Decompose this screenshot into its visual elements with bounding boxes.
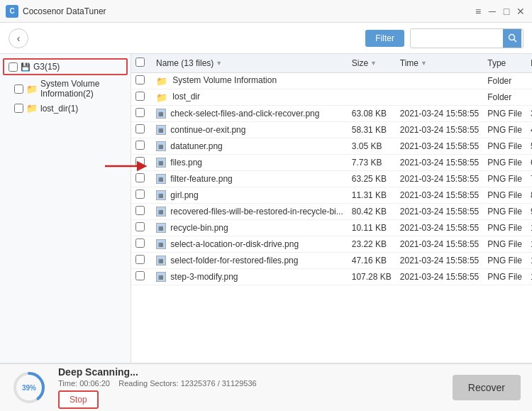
search-button[interactable] [503,29,521,48]
table-row[interactable]: ▦ recycle-bin.png 10.11 KB 2021-03-24 15… [131,220,532,236]
file-thumb: ▦ [156,125,166,135]
svg-line-1 [514,40,516,43]
back-button[interactable]: ‹ [9,28,28,48]
system-volume-checkbox[interactable] [14,84,23,94]
file-size [348,73,396,89]
table-row[interactable]: ▦ check-select-files-and-click-recover.p… [131,106,532,122]
left-panel: 💾 G3(15) 📁 System Volume Information(2) … [0,54,131,363]
file-type: PNG File [483,236,526,253]
file-type: PNG File [483,253,526,269]
file-size: 63.08 KB [348,106,396,122]
table-row[interactable]: ▦ step-3-modify.png 107.28 KB 2021-03-24… [131,269,532,285]
file-id: 12 [526,253,532,269]
file-name: select-a-location-or-disk-drive.png [170,239,299,249]
file-name: continue-or-exit.png [170,125,245,135]
row-checkbox[interactable] [135,75,145,84]
table-row[interactable]: ▦ recovered-files-will-be-restored-in-re… [131,204,532,220]
sort-icon-size: ▼ [370,60,377,67]
col-size[interactable]: Size ▼ [348,54,396,73]
file-time: 2021-03-24 15:58:55 [396,106,483,122]
filter-button[interactable]: Filter [365,30,404,47]
row-checkbox[interactable] [135,157,145,166]
file-table: Name (13 files) ▼ Size ▼ [131,54,532,363]
row-checkbox[interactable] [135,255,145,264]
row-checkbox[interactable] [135,239,145,248]
right-panel: Name (13 files) ▼ Size ▼ [131,54,532,363]
file-time: 2021-03-24 15:58:55 [396,187,483,204]
file-time: 2021-03-24 15:58:55 [396,269,483,285]
table-row[interactable]: ▦ filter-feature.png 63.25 KB 2021-03-24… [131,171,532,187]
file-id: 8 [526,187,532,204]
table-row[interactable]: ▦ continue-or-exit.png 58.31 KB 2021-03-… [131,122,532,138]
file-name: lost_dir [172,92,200,102]
row-checkbox[interactable] [135,124,145,133]
search-box [410,28,523,48]
file-type: PNG File [483,106,526,122]
table-row[interactable]: ▦ files.png 7.73 KB 2021-03-24 15:58:55 … [131,155,532,171]
folder-icon: 📁 [26,84,38,94]
table-row[interactable]: ▦ girl.png 11.31 KB 2021-03-24 15:58:55 … [131,187,532,204]
recover-button[interactable]: Recover [453,375,521,400]
file-name: datatuner.png [170,141,222,151]
toolbar: ‹ Filter [0,23,532,54]
maximize-button[interactable]: □ [501,6,512,17]
file-type: PNG File [483,122,526,138]
file-thumb: ▦ [156,141,166,151]
row-checkbox[interactable] [135,190,145,199]
window-controls: ≡ ─ □ ✕ [472,6,526,17]
file-size: 47.16 KB [348,253,396,269]
col-id[interactable]: ID [526,54,532,73]
search-input[interactable] [411,31,503,46]
file-size: 23.22 KB [348,236,396,253]
col-type[interactable]: Type [483,54,526,73]
stop-button[interactable]: Stop [58,390,99,409]
col-time[interactable]: Time ▼ [396,54,483,73]
row-checkbox[interactable] [135,92,145,101]
file-time [396,89,483,106]
reading-label: Reading Sectors: 12325376 / 31129536 [118,379,257,388]
folder-icon-row: 📁 [156,76,167,87]
file-id: 6 [526,155,532,171]
row-checkbox[interactable] [135,141,145,150]
progress-circle: 39% [11,370,47,405]
menu-button[interactable]: ≡ [472,6,484,17]
file-id: 5 [526,138,532,155]
file-type: PNG File [483,171,526,187]
minimize-button[interactable]: ─ [487,6,498,17]
file-size: 3.05 KB [348,138,396,155]
table-row[interactable]: ▦ datatuner.png 3.05 KB 2021-03-24 15:58… [131,138,532,155]
lost-dir-checkbox[interactable] [14,104,23,113]
file-id: 4 [526,122,532,138]
scan-info: Deep Scanning... Time: 00:06:20 Reading … [58,366,441,409]
file-thumb: ▦ [156,256,166,265]
table-row[interactable]: ▦ select-a-location-or-disk-drive.png 23… [131,236,532,253]
file-type: PNG File [483,204,526,220]
tree-item-system-volume[interactable]: 📁 System Volume Information(2) [0,77,131,101]
row-checkbox[interactable] [135,271,145,280]
file-id: 9 [526,204,532,220]
col-name[interactable]: Name (13 files) ▼ [152,54,348,73]
file-type: PNG File [483,269,526,285]
svg-point-0 [509,35,514,40]
app-icon: C [6,5,18,18]
select-all-checkbox[interactable] [135,57,145,67]
file-id: 10 [526,220,532,236]
close-button[interactable]: ✕ [515,6,526,17]
file-thumb: ▦ [156,190,166,200]
file-type: PNG File [483,187,526,204]
root-checkbox[interactable] [9,62,18,72]
root-label: G3(15) [33,62,60,72]
file-type: Folder [483,89,526,106]
file-name: girl.png [170,190,198,200]
row-checkbox[interactable] [135,222,145,231]
file-name: recovered-files-will-be-restored-in-recy… [170,207,343,217]
table-row[interactable]: 📁 lost_dir Folder [131,89,532,106]
file-name: step-3-modify.png [170,272,238,282]
row-checkbox[interactable] [135,173,145,182]
table-row[interactable]: ▦ select-folder-for-restored-files.png 4… [131,253,532,269]
tree-item-lost-dir[interactable]: 📁 lost_dir(1) [0,101,131,116]
row-checkbox[interactable] [135,206,145,215]
row-checkbox[interactable] [135,108,145,117]
tree-root-item[interactable]: 💾 G3(15) [3,58,128,75]
table-row[interactable]: 📁 System Volume Information Folder [131,73,532,89]
